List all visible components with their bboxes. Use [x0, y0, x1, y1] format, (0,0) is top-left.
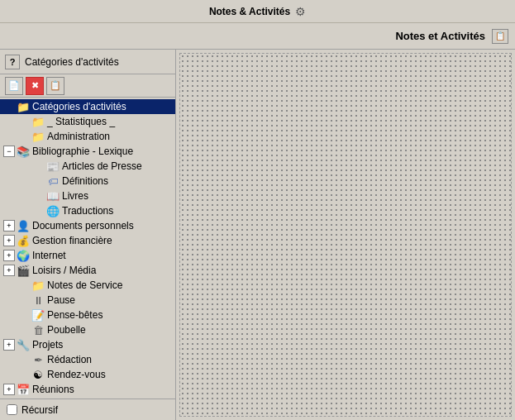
tree-item-administration[interactable]: 📁Administration	[0, 129, 175, 144]
toolbar: 📄 ✖ 📋	[0, 74, 175, 98]
tag-icon: 🏷	[46, 174, 60, 188]
tree-item-traductions[interactable]: 🌐Traductions	[0, 203, 175, 218]
expand-btn-gestion_fin[interactable]: +	[3, 235, 15, 246]
tree-item-label-poubelle: Poubelle	[47, 324, 86, 336]
expand-btn-loisirs[interactable]: +	[3, 265, 15, 276]
tree-item-label-definitions: Définitions	[62, 175, 108, 187]
newspaper-icon: 📰	[46, 160, 60, 173]
expand-placeholder-definitions	[33, 175, 45, 187]
expand-placeholder-rdv	[18, 369, 30, 380]
gear-icon[interactable]: ⚙	[295, 5, 306, 18]
money-icon: 💰	[17, 234, 30, 247]
toolbar-btn-delete[interactable]: ✖	[26, 77, 44, 95]
content-area: ? Catégories d'activités 📄 ✖ 📋 📁Catégori…	[0, 50, 515, 420]
tree-item-notes_service[interactable]: 📁Notes de Service	[0, 278, 175, 293]
book-icon: 📚	[17, 145, 30, 158]
folder-icon: 📁	[17, 100, 30, 113]
panel-title: Catégories d'activités	[25, 56, 119, 68]
header-title: Notes et Activités	[395, 30, 485, 42]
tree-item-rdv[interactable]: ☯Rendez-vous	[0, 367, 175, 382]
tree-item-biblio[interactable]: −📚Bibliographie - Lexique	[0, 144, 175, 159]
recursive-checkbox[interactable]	[7, 404, 17, 415]
tree-item-loisirs[interactable]: +🎬Loisirs / Média	[0, 263, 175, 278]
tree-item-label-traductions: Traductions	[62, 205, 113, 217]
header-icon-btn[interactable]: 📋	[492, 29, 508, 44]
person-icon: 👤	[17, 219, 30, 232]
expand-placeholder-pense_betes	[18, 309, 30, 321]
tree-item-label-projets: Projets	[32, 339, 63, 351]
tree-item-categories[interactable]: 📁Catégories d'activités	[0, 99, 175, 114]
tree-view[interactable]: 📁Catégories d'activités📁_ Statistiques _…	[0, 98, 175, 399]
left-panel: ? Catégories d'activités 📄 ✖ 📋 📁Catégori…	[0, 50, 176, 420]
tree-item-label-reunions: Réunions	[32, 384, 74, 395]
tree-item-label-livres: Livres	[62, 190, 88, 202]
help-button[interactable]: ?	[5, 55, 20, 69]
tree-item-articles[interactable]: 📰Articles de Presse	[0, 159, 175, 174]
expand-btn-reunions[interactable]: +	[3, 384, 15, 395]
tree-item-label-categories: Catégories d'activités	[32, 101, 126, 112]
tree-item-reunions[interactable]: +📅Réunions	[0, 382, 175, 397]
expand-placeholder-poubelle	[18, 324, 30, 336]
right-panel	[176, 50, 515, 420]
translate-icon: 🌐	[46, 204, 60, 217]
tree-item-pense_betes[interactable]: 📝Pense-bêtes	[0, 308, 175, 322]
tree-item-label-internet: Internet	[32, 250, 66, 261]
dotted-content-area	[179, 53, 512, 417]
main-container: Notes et Activités 📋 ? Catégories d'acti…	[0, 23, 515, 420]
expand-placeholder-pause	[18, 294, 30, 306]
toolbar-btn-new[interactable]: 📄	[5, 77, 23, 95]
folder-icon: 📁	[31, 279, 45, 292]
expand-btn-internet[interactable]: +	[3, 250, 15, 261]
tree-item-label-rdv: Rendez-vous	[47, 369, 106, 380]
book2-icon: 📖	[46, 189, 60, 203]
pause-icon: ⏸	[31, 294, 45, 307]
expand-placeholder-administration	[18, 131, 30, 142]
pen-icon: ✒	[31, 353, 45, 366]
bottom-bar: Récursif	[0, 399, 175, 420]
tree-item-statistiques[interactable]: 📁_ Statistiques _	[0, 114, 175, 129]
tree-item-internet[interactable]: +🌍Internet	[0, 248, 175, 263]
folder-icon: 📁	[31, 130, 45, 143]
meetings-icon: 📅	[17, 383, 30, 396]
tree-item-livres[interactable]: 📖Livres	[0, 189, 175, 203]
top-header: Notes et Activités 📋	[0, 23, 515, 50]
tv-icon: 🎬	[17, 264, 30, 277]
expand-placeholder-traductions	[33, 205, 45, 217]
recursive-checkbox-label[interactable]: Récursif	[7, 404, 58, 416]
tree-item-projets[interactable]: +🔧Projets	[0, 337, 175, 352]
tree-item-label-pause: Pause	[47, 294, 75, 306]
expand-placeholder-articles	[33, 160, 45, 172]
tree-item-gestion_fin[interactable]: +💰Gestion financière	[0, 233, 175, 248]
tree-item-definitions[interactable]: 🏷Définitions	[0, 174, 175, 189]
trash-icon: 🗑	[31, 323, 45, 336]
tree-item-poubelle[interactable]: 🗑Poubelle	[0, 322, 175, 337]
folder-icon: 📁	[31, 115, 45, 128]
expand-placeholder-redaction	[18, 354, 30, 365]
yinyang-icon: ☯	[31, 368, 45, 381]
collapse-btn-biblio[interactable]: −	[3, 146, 15, 157]
projects-icon: 🔧	[17, 338, 30, 351]
tree-item-label-notes_service: Notes de Service	[47, 279, 122, 291]
expand-placeholder-categories	[3, 101, 15, 112]
tree-item-label-docs_perso: Documents personnels	[32, 220, 134, 231]
tree-item-label-statistiques: _ Statistiques _	[47, 116, 115, 127]
expand-placeholder-notes_service	[18, 279, 30, 291]
window-title: Notes & Activités	[209, 6, 290, 17]
tree-item-redaction[interactable]: ✒Rédaction	[0, 352, 175, 367]
recursive-label: Récursif	[21, 404, 58, 416]
tree-item-label-biblio: Bibliographie - Lexique	[32, 146, 133, 157]
tree-item-label-administration: Administration	[47, 131, 110, 142]
tree-item-docs_perso[interactable]: +👤Documents personnels	[0, 218, 175, 233]
tree-item-label-loisirs: Loisirs / Média	[32, 265, 96, 276]
tree-item-label-articles: Articles de Presse	[62, 160, 142, 172]
panel-header: ? Catégories d'activités	[0, 50, 175, 74]
memo-icon: 📝	[31, 308, 45, 322]
tree-item-pause[interactable]: ⏸Pause	[0, 293, 175, 308]
tree-item-label-gestion_fin: Gestion financière	[32, 235, 112, 246]
toolbar-btn-copy[interactable]: 📋	[46, 77, 64, 95]
expand-btn-projets[interactable]: +	[3, 339, 15, 351]
globe-icon: 🌍	[17, 249, 30, 262]
tree-item-label-redaction: Rédaction	[47, 354, 92, 365]
expand-placeholder-statistiques	[18, 116, 30, 127]
expand-btn-docs_perso[interactable]: +	[3, 220, 15, 231]
